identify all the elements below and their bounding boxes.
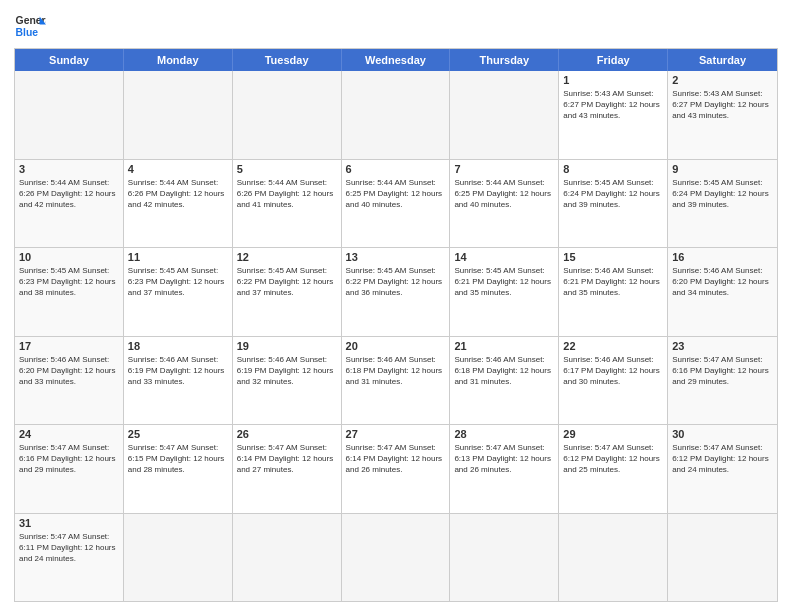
- day-info: Sunrise: 5:45 AM Sunset: 6:24 PM Dayligh…: [672, 177, 773, 211]
- day-info: Sunrise: 5:47 AM Sunset: 6:16 PM Dayligh…: [19, 442, 119, 476]
- day-number: 27: [346, 428, 446, 440]
- day-number: 19: [237, 340, 337, 352]
- day-cell-24: 24Sunrise: 5:47 AM Sunset: 6:16 PM Dayli…: [15, 425, 124, 513]
- week-row-4: 17Sunrise: 5:46 AM Sunset: 6:20 PM Dayli…: [15, 337, 777, 426]
- day-info: Sunrise: 5:45 AM Sunset: 6:21 PM Dayligh…: [454, 265, 554, 299]
- header-day-monday: Monday: [124, 49, 233, 71]
- header-day-saturday: Saturday: [668, 49, 777, 71]
- day-info: Sunrise: 5:45 AM Sunset: 6:24 PM Dayligh…: [563, 177, 663, 211]
- day-cell-12: 12Sunrise: 5:45 AM Sunset: 6:22 PM Dayli…: [233, 248, 342, 336]
- day-number: 15: [563, 251, 663, 263]
- day-info: Sunrise: 5:47 AM Sunset: 6:13 PM Dayligh…: [454, 442, 554, 476]
- calendar-body: 1Sunrise: 5:43 AM Sunset: 6:27 PM Daylig…: [15, 71, 777, 601]
- header: General Blue: [14, 10, 778, 42]
- day-cell-9: 9Sunrise: 5:45 AM Sunset: 6:24 PM Daylig…: [668, 160, 777, 248]
- day-cell-13: 13Sunrise: 5:45 AM Sunset: 6:22 PM Dayli…: [342, 248, 451, 336]
- header-day-sunday: Sunday: [15, 49, 124, 71]
- day-number: 11: [128, 251, 228, 263]
- header-day-tuesday: Tuesday: [233, 49, 342, 71]
- day-number: 13: [346, 251, 446, 263]
- day-info: Sunrise: 5:47 AM Sunset: 6:12 PM Dayligh…: [672, 442, 773, 476]
- day-cell-25: 25Sunrise: 5:47 AM Sunset: 6:15 PM Dayli…: [124, 425, 233, 513]
- day-cell-empty: [233, 71, 342, 159]
- day-cell-empty: [342, 71, 451, 159]
- day-cell-6: 6Sunrise: 5:44 AM Sunset: 6:25 PM Daylig…: [342, 160, 451, 248]
- day-cell-18: 18Sunrise: 5:46 AM Sunset: 6:19 PM Dayli…: [124, 337, 233, 425]
- day-number: 14: [454, 251, 554, 263]
- week-row-3: 10Sunrise: 5:45 AM Sunset: 6:23 PM Dayli…: [15, 248, 777, 337]
- day-cell-20: 20Sunrise: 5:46 AM Sunset: 6:18 PM Dayli…: [342, 337, 451, 425]
- day-info: Sunrise: 5:45 AM Sunset: 6:23 PM Dayligh…: [128, 265, 228, 299]
- day-cell-empty: [668, 514, 777, 602]
- day-info: Sunrise: 5:46 AM Sunset: 6:19 PM Dayligh…: [128, 354, 228, 388]
- day-cell-empty: [450, 71, 559, 159]
- day-cell-empty: [15, 71, 124, 159]
- day-number: 7: [454, 163, 554, 175]
- day-number: 24: [19, 428, 119, 440]
- day-number: 23: [672, 340, 773, 352]
- day-cell-28: 28Sunrise: 5:47 AM Sunset: 6:13 PM Dayli…: [450, 425, 559, 513]
- day-cell-22: 22Sunrise: 5:46 AM Sunset: 6:17 PM Dayli…: [559, 337, 668, 425]
- day-cell-empty: [124, 514, 233, 602]
- day-info: Sunrise: 5:46 AM Sunset: 6:17 PM Dayligh…: [563, 354, 663, 388]
- day-cell-23: 23Sunrise: 5:47 AM Sunset: 6:16 PM Dayli…: [668, 337, 777, 425]
- day-number: 2: [672, 74, 773, 86]
- day-cell-1: 1Sunrise: 5:43 AM Sunset: 6:27 PM Daylig…: [559, 71, 668, 159]
- day-number: 1: [563, 74, 663, 86]
- day-info: Sunrise: 5:44 AM Sunset: 6:26 PM Dayligh…: [19, 177, 119, 211]
- day-cell-30: 30Sunrise: 5:47 AM Sunset: 6:12 PM Dayli…: [668, 425, 777, 513]
- calendar: SundayMondayTuesdayWednesdayThursdayFrid…: [14, 48, 778, 602]
- week-row-1: 1Sunrise: 5:43 AM Sunset: 6:27 PM Daylig…: [15, 71, 777, 160]
- day-info: Sunrise: 5:47 AM Sunset: 6:14 PM Dayligh…: [346, 442, 446, 476]
- day-number: 21: [454, 340, 554, 352]
- day-info: Sunrise: 5:46 AM Sunset: 6:19 PM Dayligh…: [237, 354, 337, 388]
- page: General Blue SundayMondayTuesdayWednesda…: [0, 0, 792, 612]
- generalblue-logo-icon: General Blue: [14, 10, 46, 42]
- day-number: 31: [19, 517, 119, 529]
- day-number: 17: [19, 340, 119, 352]
- day-number: 18: [128, 340, 228, 352]
- day-info: Sunrise: 5:45 AM Sunset: 6:22 PM Dayligh…: [237, 265, 337, 299]
- day-cell-14: 14Sunrise: 5:45 AM Sunset: 6:21 PM Dayli…: [450, 248, 559, 336]
- day-cell-empty: [233, 514, 342, 602]
- week-row-6: 31Sunrise: 5:47 AM Sunset: 6:11 PM Dayli…: [15, 514, 777, 602]
- week-row-5: 24Sunrise: 5:47 AM Sunset: 6:16 PM Dayli…: [15, 425, 777, 514]
- day-info: Sunrise: 5:47 AM Sunset: 6:14 PM Dayligh…: [237, 442, 337, 476]
- day-number: 12: [237, 251, 337, 263]
- day-number: 22: [563, 340, 663, 352]
- header-day-friday: Friday: [559, 49, 668, 71]
- day-info: Sunrise: 5:47 AM Sunset: 6:11 PM Dayligh…: [19, 531, 119, 565]
- day-info: Sunrise: 5:45 AM Sunset: 6:22 PM Dayligh…: [346, 265, 446, 299]
- day-info: Sunrise: 5:46 AM Sunset: 6:18 PM Dayligh…: [346, 354, 446, 388]
- day-cell-8: 8Sunrise: 5:45 AM Sunset: 6:24 PM Daylig…: [559, 160, 668, 248]
- day-number: 8: [563, 163, 663, 175]
- day-cell-27: 27Sunrise: 5:47 AM Sunset: 6:14 PM Dayli…: [342, 425, 451, 513]
- day-cell-31: 31Sunrise: 5:47 AM Sunset: 6:11 PM Dayli…: [15, 514, 124, 602]
- day-info: Sunrise: 5:47 AM Sunset: 6:16 PM Dayligh…: [672, 354, 773, 388]
- day-number: 10: [19, 251, 119, 263]
- day-cell-21: 21Sunrise: 5:46 AM Sunset: 6:18 PM Dayli…: [450, 337, 559, 425]
- day-number: 5: [237, 163, 337, 175]
- day-cell-26: 26Sunrise: 5:47 AM Sunset: 6:14 PM Dayli…: [233, 425, 342, 513]
- day-info: Sunrise: 5:43 AM Sunset: 6:27 PM Dayligh…: [563, 88, 663, 122]
- header-day-wednesday: Wednesday: [342, 49, 451, 71]
- day-cell-empty: [124, 71, 233, 159]
- day-number: 16: [672, 251, 773, 263]
- day-info: Sunrise: 5:46 AM Sunset: 6:18 PM Dayligh…: [454, 354, 554, 388]
- day-cell-16: 16Sunrise: 5:46 AM Sunset: 6:20 PM Dayli…: [668, 248, 777, 336]
- day-number: 30: [672, 428, 773, 440]
- day-cell-4: 4Sunrise: 5:44 AM Sunset: 6:26 PM Daylig…: [124, 160, 233, 248]
- day-cell-5: 5Sunrise: 5:44 AM Sunset: 6:26 PM Daylig…: [233, 160, 342, 248]
- day-info: Sunrise: 5:47 AM Sunset: 6:12 PM Dayligh…: [563, 442, 663, 476]
- day-number: 29: [563, 428, 663, 440]
- day-cell-empty: [450, 514, 559, 602]
- day-info: Sunrise: 5:45 AM Sunset: 6:23 PM Dayligh…: [19, 265, 119, 299]
- day-cell-2: 2Sunrise: 5:43 AM Sunset: 6:27 PM Daylig…: [668, 71, 777, 159]
- header-day-thursday: Thursday: [450, 49, 559, 71]
- day-cell-19: 19Sunrise: 5:46 AM Sunset: 6:19 PM Dayli…: [233, 337, 342, 425]
- day-cell-empty: [559, 514, 668, 602]
- day-info: Sunrise: 5:44 AM Sunset: 6:26 PM Dayligh…: [237, 177, 337, 211]
- day-cell-empty: [342, 514, 451, 602]
- svg-text:Blue: Blue: [16, 27, 39, 38]
- day-number: 26: [237, 428, 337, 440]
